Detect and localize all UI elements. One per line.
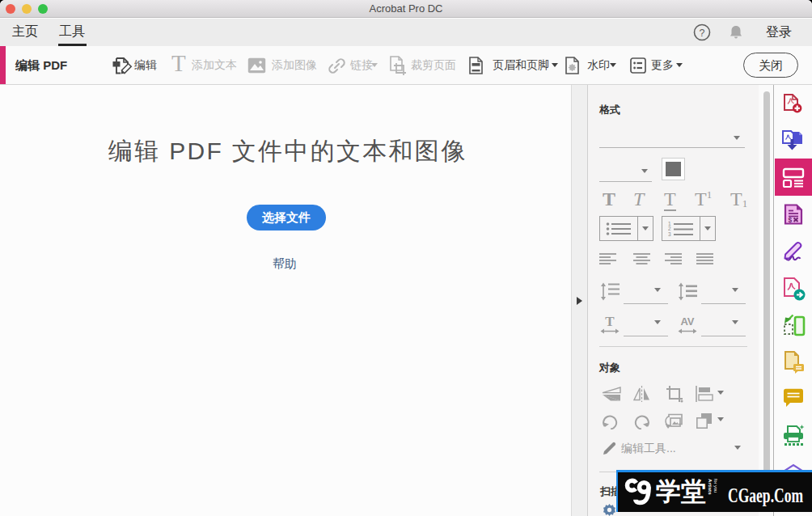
svg-text:AV: AV (680, 315, 694, 328)
svg-text:?: ? (700, 27, 705, 39)
svg-text:CGaep.Com: CGaep.Com (728, 483, 803, 506)
svg-text:$: $ (789, 216, 793, 224)
svg-text:for you: for you (713, 479, 718, 493)
svg-text:T: T (605, 314, 615, 329)
svg-text:Artists: Artists (708, 479, 713, 495)
svg-text:3: 3 (668, 231, 671, 237)
svg-text:学堂: 学堂 (656, 477, 706, 505)
